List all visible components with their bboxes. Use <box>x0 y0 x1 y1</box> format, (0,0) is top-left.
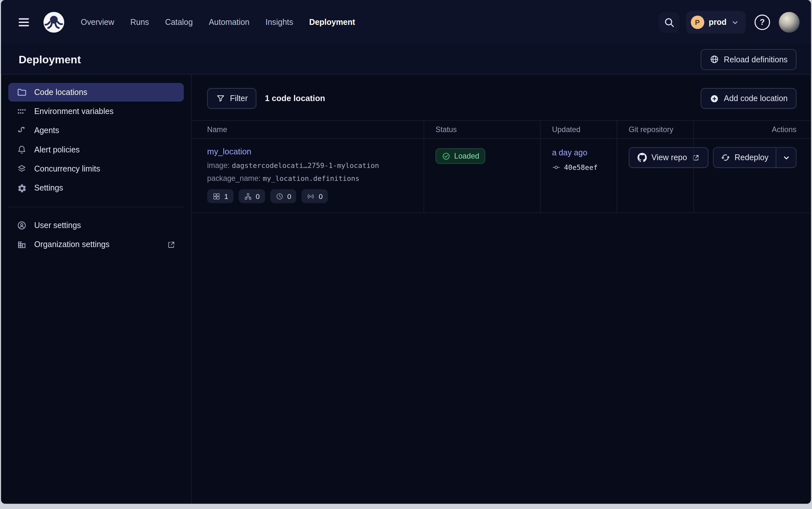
definition-count-chips: 1 0 <box>207 189 413 203</box>
hamburger-icon <box>17 15 31 29</box>
column-header-name: Name <box>192 121 424 139</box>
code-location-count: 1 code location <box>265 94 325 103</box>
filter-icon <box>216 94 225 103</box>
sensor-icon <box>307 192 315 201</box>
globe-reload-icon <box>709 54 719 64</box>
jobs-grid-icon <box>212 192 221 201</box>
package-meta: package_name: my_location.definitions <box>207 174 413 182</box>
redeploy-menu-button[interactable] <box>776 147 796 167</box>
nav-item-overview[interactable]: Overview <box>81 18 114 27</box>
filter-button[interactable]: Filter <box>207 88 257 109</box>
nav-item-catalog[interactable]: Catalog <box>165 18 193 27</box>
sidebar-item-settings[interactable]: Settings <box>8 179 184 198</box>
cell-git-repository: View repo <box>617 139 693 212</box>
env-vars-icon <box>16 106 27 116</box>
folder-icon <box>16 87 27 98</box>
external-link-icon <box>167 240 176 249</box>
user-avatar[interactable] <box>779 12 800 33</box>
schedules-count-chip[interactable]: 0 <box>270 189 297 203</box>
column-header-git-repository: Git repository <box>617 121 693 139</box>
table-header: Name Status Updated Git repository Actio… <box>192 120 811 139</box>
graphs-count-chip[interactable]: 0 <box>238 189 265 203</box>
nav-item-automation[interactable]: Automation <box>209 18 250 27</box>
schedule-clock-icon <box>275 192 284 201</box>
sidebar-item-organization-settings[interactable]: Organization settings <box>8 235 184 254</box>
workspace-avatar: P <box>691 15 704 29</box>
search-icon <box>663 16 674 28</box>
sidebar-item-concurrency-limits[interactable]: Concurrency limits <box>8 160 184 178</box>
page-title: Deployment <box>19 53 81 66</box>
sidebar-item-code-locations[interactable]: Code locations <box>8 83 184 102</box>
image-meta: image: dagstercodelocati…2759-1-mylocati… <box>207 161 413 170</box>
gear-icon <box>16 183 27 193</box>
column-header-status: Status <box>424 121 540 139</box>
app-window: Overview Runs Catalog Automation Insight… <box>1 0 811 504</box>
layers-icon <box>16 164 27 174</box>
code-location-name-link[interactable]: my_location <box>207 147 251 156</box>
search-button[interactable] <box>658 12 679 33</box>
cell-status: Loaded <box>424 139 540 212</box>
commit-hash: 40e58eef <box>564 163 597 171</box>
column-header-actions: Actions <box>694 121 811 139</box>
add-code-location-button[interactable]: Add code location <box>701 88 797 109</box>
cell-actions: Redeploy <box>694 139 811 212</box>
toolbar: Filter 1 code location Add code location <box>192 75 811 120</box>
jobs-count-chip[interactable]: 1 <box>207 189 234 203</box>
primary-nav: Overview Runs Catalog Automation Insight… <box>81 18 355 27</box>
redeploy-button[interactable]: Redeploy <box>713 147 776 167</box>
chevron-down-icon <box>782 154 790 162</box>
workspace-name: prod <box>709 18 727 27</box>
cell-name: my_location image: dagstercodelocati…275… <box>192 139 424 212</box>
hamburger-menu-button[interactable] <box>12 11 36 34</box>
package-value: my_location.definitions <box>263 174 360 182</box>
sidebar-item-agents[interactable]: Agents <box>8 121 184 140</box>
workspace-switcher[interactable]: P prod <box>686 11 745 34</box>
nav-item-runs[interactable]: Runs <box>131 18 149 27</box>
user-icon <box>16 220 27 231</box>
sidebar-item-environment-variables[interactable]: Environment variables <box>8 102 184 121</box>
topnav-right-cluster: P prod ? <box>658 11 800 34</box>
plus-circle-icon <box>709 94 719 103</box>
sensors-count-chip[interactable]: 0 <box>301 189 328 203</box>
sidebar-item-alert-policies[interactable]: Alert policies <box>8 140 184 159</box>
table-row: my_location image: dagstercodelocati…275… <box>192 139 811 213</box>
agents-icon <box>16 125 27 136</box>
building-icon <box>16 239 27 250</box>
bell-icon <box>16 145 27 155</box>
chevron-down-icon <box>731 19 739 26</box>
status-badge: Loaded <box>435 148 485 164</box>
help-icon: ? <box>760 18 765 27</box>
sidebar-item-user-settings[interactable]: User settings <box>8 216 184 235</box>
top-nav: Overview Runs Catalog Automation Insight… <box>1 0 811 44</box>
redeploy-split-button: Redeploy <box>713 147 797 168</box>
reload-definitions-button[interactable]: Reload definitions <box>701 49 797 70</box>
updated-time-link[interactable]: a day ago <box>552 148 587 157</box>
check-circle-icon <box>442 151 450 160</box>
image-value: dagstercodelocati…2759-1-mylocation <box>232 161 379 170</box>
help-button[interactable]: ? <box>754 14 770 30</box>
nav-item-deployment[interactable]: Deployment <box>309 18 355 27</box>
column-header-updated: Updated <box>540 121 617 139</box>
sidebar: Code locations Environment variables Age… <box>1 75 191 504</box>
refresh-icon <box>721 153 730 162</box>
page-header: Deployment Reload definitions <box>1 44 811 75</box>
commit-icon <box>552 163 560 171</box>
commit-info: 40e58eef <box>552 163 606 171</box>
graph-icon <box>244 192 252 201</box>
sidebar-divider <box>8 207 184 207</box>
nav-item-insights[interactable]: Insights <box>266 18 293 27</box>
cell-updated: a day ago 40e58eef <box>540 139 617 212</box>
main-content: Filter 1 code location Add code location… <box>192 75 811 504</box>
dagster-logo-icon[interactable] <box>43 11 66 34</box>
github-icon <box>637 153 647 162</box>
